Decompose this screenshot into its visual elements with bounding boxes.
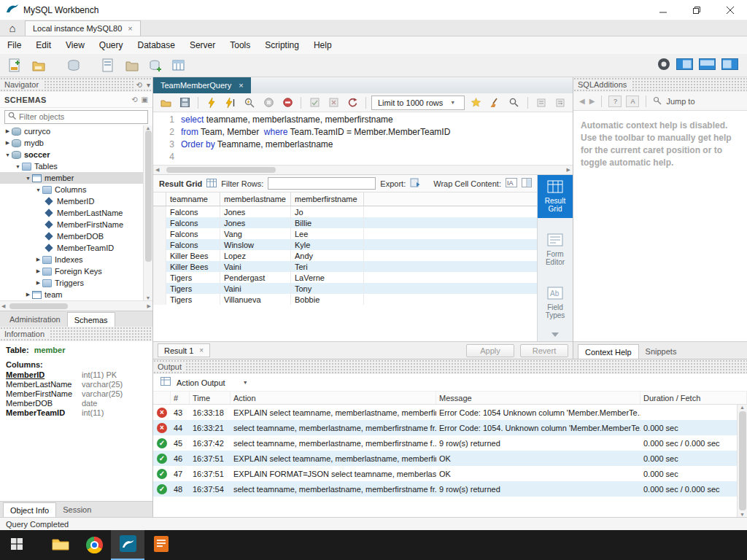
new-sql-tab-icon[interactable] — [6, 57, 25, 74]
scroll-left-icon[interactable]: ◀ — [155, 167, 159, 173]
grid-row[interactable]: FalconsVangLee — [153, 228, 537, 239]
expander-icon[interactable]: ▼ — [34, 187, 42, 192]
menu-help[interactable]: Help — [306, 36, 339, 54]
home-tab[interactable]: ⌂ — [0, 20, 25, 36]
output-row[interactable]: ×4416:33:21select teamname, memberlastna… — [153, 420, 747, 435]
menu-tools[interactable]: Tools — [222, 36, 258, 54]
create-schema-icon[interactable] — [146, 57, 165, 74]
tree-vertical-scrollbar[interactable]: ▲▼ — [143, 125, 152, 300]
help-back-icon[interactable]: ◀ — [579, 97, 585, 105]
row-selector[interactable] — [153, 239, 166, 250]
row-selector[interactable] — [153, 294, 166, 305]
start-button[interactable] — [0, 530, 34, 560]
row-selector[interactable] — [153, 217, 166, 228]
output-vertical-scrollbar[interactable]: ▲▼ — [737, 405, 747, 517]
menu-file[interactable]: File — [0, 36, 28, 54]
jump-to-icon[interactable] — [653, 96, 662, 106]
tree-item-memberteamid[interactable]: MemberTeamID — [0, 242, 152, 254]
show-invisibles-icon[interactable] — [533, 96, 549, 110]
menu-server[interactable]: Server — [182, 36, 222, 54]
grid-row[interactable]: TigersVainiTony — [153, 283, 537, 294]
schemas-eye-icon[interactable]: ▣ — [142, 96, 148, 104]
toggle-word-wrap-icon[interactable] — [552, 96, 568, 110]
tree-item-triggers[interactable]: ▶Triggers — [0, 277, 152, 289]
open-sql-script-icon[interactable] — [29, 57, 48, 74]
scroll-down-icon[interactable]: ▼ — [146, 295, 151, 300]
toggle-sidebar-panel-icon[interactable] — [676, 58, 693, 72]
tree-item-columns[interactable]: ▼Columns — [0, 184, 152, 195]
explain-query-icon[interactable] — [241, 96, 258, 110]
schema-filter-input[interactable] — [19, 112, 144, 121]
manual-context-help-icon[interactable]: ? — [608, 96, 622, 107]
tree-item-soccer[interactable]: ▼soccer — [0, 149, 152, 160]
scrollbar-thumb[interactable] — [739, 411, 746, 510]
scroll-down-icon[interactable]: ▼ — [740, 512, 745, 517]
row-selector[interactable] — [153, 272, 166, 283]
taskbar-file-explorer[interactable] — [44, 530, 77, 560]
execute-current-statement-icon[interactable] — [222, 96, 239, 110]
menu-view[interactable]: View — [58, 36, 92, 54]
save-snippet-icon[interactable] — [468, 96, 484, 110]
navigator-collapse-icon[interactable]: ▾ — [144, 81, 152, 89]
tree-item-foreign-keys[interactable]: ▶Foreign Keys — [0, 265, 152, 277]
tree-item-memberdob[interactable]: MemberDOB — [0, 230, 152, 242]
export-icon[interactable] — [410, 178, 420, 189]
toggle-autocommit-icon[interactable] — [344, 96, 360, 110]
tree-item-team[interactable]: ▶team — [0, 289, 152, 300]
expander-icon[interactable]: ▶ — [34, 257, 42, 262]
editor-horizontal-scrollbar[interactable]: ◀▶ — [153, 165, 573, 175]
expander-icon[interactable]: ▶ — [34, 268, 42, 274]
filter-rows-input[interactable] — [268, 177, 376, 190]
grid-row[interactable]: TigersVillanuevaBobbie — [153, 294, 537, 305]
menu-query[interactable]: Query — [92, 36, 131, 54]
tree-item-indexes[interactable]: ▶Indexes — [0, 254, 152, 265]
taskbar-mysql-workbench[interactable] — [111, 530, 144, 560]
scroll-left-icon[interactable]: ◀ — [1, 303, 5, 309]
connection-tab[interactable]: Local instance MySQL80 × — [25, 20, 141, 36]
toggle-secondary-sidebar-icon[interactable] — [721, 58, 738, 72]
expander-icon[interactable]: ▼ — [14, 164, 22, 169]
result-grid-view-button[interactable]: Result Grid — [538, 175, 573, 218]
column-width-icon[interactable] — [522, 178, 532, 189]
find-icon[interactable] — [506, 96, 522, 110]
column-header-teamname[interactable]: teamname — [166, 192, 220, 206]
scrollbar-thumb[interactable] — [9, 303, 68, 309]
output-row[interactable]: ✓4716:37:51EXPLAIN FORMAT=JSON select te… — [153, 466, 747, 481]
form-editor-view-button[interactable]: Form Editor — [538, 228, 573, 271]
apply-button[interactable]: Apply — [466, 344, 514, 357]
expander-icon[interactable]: ▼ — [24, 176, 32, 181]
scroll-up-icon[interactable]: ▲ — [146, 125, 151, 131]
more-views-chevron-icon[interactable] — [538, 328, 573, 341]
help-forward-icon[interactable]: ▶ — [589, 97, 595, 105]
schemas-refresh-icon[interactable]: ⟲ — [131, 96, 137, 104]
tree-item-mydb[interactable]: ▶mydb — [0, 137, 152, 149]
scroll-up-icon[interactable]: ▲ — [740, 405, 745, 410]
tab-context-help[interactable]: Context Help — [578, 344, 639, 359]
row-selector[interactable] — [153, 283, 166, 294]
tree-item-memberlastname[interactable]: MemberLastName — [0, 207, 152, 219]
grid-row[interactable]: TigersPendergastLaVerne — [153, 272, 537, 283]
tab-teammemberquery[interactable]: TeamMemberQuery × — [153, 77, 251, 93]
menu-edit[interactable]: Edit — [28, 36, 58, 54]
commit-icon[interactable] — [306, 96, 322, 110]
toggle-automatic-help-icon[interactable]: A — [626, 96, 639, 107]
close-result-tab-icon[interactable]: × — [199, 346, 204, 354]
scroll-right-icon[interactable]: ▶ — [567, 167, 570, 173]
output-row[interactable]: ✓4616:37:51EXPLAIN select teamname, memb… — [153, 451, 747, 466]
scroll-right-icon[interactable]: ▶ — [147, 303, 151, 309]
sql-code-area[interactable]: 1 2 3 4 select teamname, memberlastname,… — [153, 112, 573, 165]
jump-to-label[interactable]: Jump to — [666, 97, 694, 106]
wrap-cell-content-icon[interactable]: IA — [506, 178, 517, 189]
auto-context-help-icon[interactable] — [657, 58, 670, 73]
toggle-output-panel-icon[interactable] — [699, 58, 716, 72]
minimize-button[interactable] — [646, 0, 680, 20]
execute-query-icon[interactable] — [204, 96, 220, 110]
rollback-icon[interactable] — [325, 96, 341, 110]
expander-icon[interactable]: ▼ — [4, 152, 12, 158]
scrollbar-thumb[interactable] — [166, 167, 276, 173]
tab-snippets[interactable]: Snippets — [639, 344, 684, 359]
tab-result-1[interactable]: Result 1 × — [158, 343, 210, 357]
tree-horizontal-scrollbar[interactable]: ◀▶ — [0, 300, 152, 311]
close-button[interactable] — [713, 0, 747, 20]
column-header-memberlastname[interactable]: memberlastname — [220, 192, 291, 206]
